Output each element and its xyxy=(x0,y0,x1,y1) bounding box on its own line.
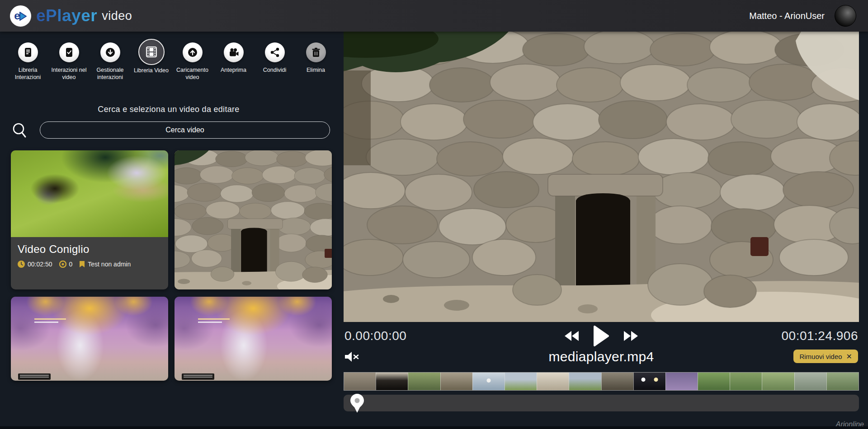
clock-icon xyxy=(18,261,25,268)
toolbar-item-label: Condividi xyxy=(263,66,286,74)
toolbar-item-anteprima[interactable]: Anteprima xyxy=(213,39,254,81)
player-title-row: mediaplayer.mp4 Rimuovi video ✕ xyxy=(344,349,859,366)
filmstrip-frame[interactable] xyxy=(505,373,537,390)
filmstrip-frame[interactable] xyxy=(537,373,569,390)
video-player-stage[interactable] xyxy=(344,32,859,322)
filmstrip-frame[interactable] xyxy=(601,373,633,390)
fast-forward-button[interactable] xyxy=(623,330,640,342)
video-card-video-coniglio[interactable]: Video Coniglio 00:02:50 0 Test non admin xyxy=(11,150,168,289)
video-title: Video Coniglio xyxy=(18,243,161,256)
seek-handle-pin[interactable] xyxy=(350,393,364,413)
toolbar-item-label: Gestionale interazioni xyxy=(90,66,131,81)
filmstrip-frame[interactable] xyxy=(408,373,440,390)
toolbar-item-label: Elimina xyxy=(307,66,325,74)
toolbar-item-elimina[interactable]: Elimina xyxy=(295,39,336,81)
brand: ePlayer video xyxy=(36,0,132,32)
thumbnail-overlay-text xyxy=(198,318,230,325)
video-card-mediaplayer[interactable]: mediaplayer.mp4 00:01:24 1 test xyxy=(175,150,332,289)
tag-meta: Test non admin xyxy=(79,261,131,268)
user-avatar[interactable] xyxy=(835,5,856,27)
toolbar-item-label: Anteprima xyxy=(221,66,246,74)
video-card-4[interactable] xyxy=(175,297,332,381)
video-thumbnail xyxy=(175,297,332,381)
upload-circle-icon xyxy=(183,42,203,62)
rewind-icon xyxy=(562,330,580,342)
user-name: Matteo - ArionUser xyxy=(749,0,825,32)
interactions-meta: 0 xyxy=(59,261,73,268)
video-thumbnail xyxy=(11,150,168,237)
toolbar-item-libreria-video[interactable]: Libreria Video xyxy=(131,39,172,81)
bottom-strip xyxy=(0,426,868,429)
app-logo-icon: e xyxy=(10,5,31,27)
toolbar-item-label: Interazioni nel video xyxy=(48,66,90,81)
duration-meta: 00:02:50 xyxy=(18,261,52,268)
target-icon xyxy=(59,261,66,268)
interactions-value: 0 xyxy=(69,261,73,268)
top-bar: e ePlayer video Matteo - ArionUser xyxy=(0,0,868,32)
toolbar-item-condividi[interactable]: Condividi xyxy=(254,39,295,81)
share-icon xyxy=(265,42,285,62)
total-time: 00:01:24.906 xyxy=(782,329,859,343)
download-circle-icon xyxy=(100,42,120,62)
toolbar: Libreria Interazioni Interazioni nel vid… xyxy=(7,39,337,81)
play-button[interactable] xyxy=(593,326,609,346)
filmstrip-frame[interactable] xyxy=(440,373,472,390)
search-heading: Cerca e seleziona un video da editare xyxy=(0,105,337,114)
logo-play-icon xyxy=(19,12,27,21)
play-icon xyxy=(593,326,609,346)
bookmark-icon xyxy=(79,261,85,268)
search-input[interactable] xyxy=(40,121,330,139)
video-interactions-icon xyxy=(59,42,79,62)
filmstrip-frame[interactable] xyxy=(344,373,376,390)
video-thumbnail xyxy=(175,150,332,289)
brand-name: ePlayer xyxy=(36,6,97,25)
filmstrip-frame[interactable] xyxy=(633,373,665,390)
card-info: Video Coniglio 00:02:50 0 Test non admin xyxy=(11,237,168,268)
thumbnail-overlay-text xyxy=(34,318,66,325)
thumbnail-caption xyxy=(18,373,51,380)
filmstrip-frame[interactable] xyxy=(762,373,794,390)
trash-icon xyxy=(306,42,326,62)
toolbar-item-caricamento-video[interactable]: Caricamento video xyxy=(172,39,213,81)
toolbar-item-libreria-interazioni[interactable]: Libreria Interazioni xyxy=(7,39,48,81)
filmstrip-frame[interactable] xyxy=(569,373,601,390)
player-video-title: mediaplayer.mp4 xyxy=(344,349,859,364)
toolbar-item-gestionale-interazioni[interactable]: Gestionale interazioni xyxy=(90,39,131,81)
filmstrip-frame[interactable] xyxy=(472,373,505,390)
toolbar-item-label: Libreria Video xyxy=(134,67,169,74)
fast-forward-icon xyxy=(623,330,640,342)
tag-value: Test non admin xyxy=(88,261,131,268)
timeline-filmstrip[interactable] xyxy=(344,372,859,391)
interactions-library-icon xyxy=(18,42,38,62)
film-icon xyxy=(138,39,165,65)
toolbar-item-label: Caricamento video xyxy=(172,66,213,81)
brand-suffix: video xyxy=(102,9,132,23)
filmstrip-frame[interactable] xyxy=(826,373,859,390)
toolbar-item-interazioni-nel-video[interactable]: Interazioni nel video xyxy=(48,39,90,81)
player-controls-row: 0.00:00:00 00:01:24.906 xyxy=(344,326,859,346)
filmstrip-frame[interactable] xyxy=(730,373,762,390)
search-icon[interactable] xyxy=(11,122,28,139)
video-card-3[interactable] xyxy=(11,297,168,381)
thumbnail-caption xyxy=(182,373,214,380)
filmstrip-frame[interactable] xyxy=(665,373,698,390)
close-icon: ✕ xyxy=(846,352,852,361)
seek-bar-track[interactable] xyxy=(344,395,859,411)
filmstrip-frame[interactable] xyxy=(376,373,408,390)
duration-value: 00:02:50 xyxy=(28,261,52,268)
rewind-button[interactable] xyxy=(562,330,580,342)
toolbar-item-label: Libreria Interazioni xyxy=(7,66,48,81)
filmstrip-frame[interactable] xyxy=(698,373,730,390)
video-camera-icon xyxy=(224,42,244,62)
video-thumbnail xyxy=(11,297,168,381)
filmstrip-frame[interactable] xyxy=(794,373,826,390)
remove-video-label: Rimuovi video xyxy=(799,353,842,360)
remove-video-button[interactable]: Rimuovi video ✕ xyxy=(793,350,858,363)
